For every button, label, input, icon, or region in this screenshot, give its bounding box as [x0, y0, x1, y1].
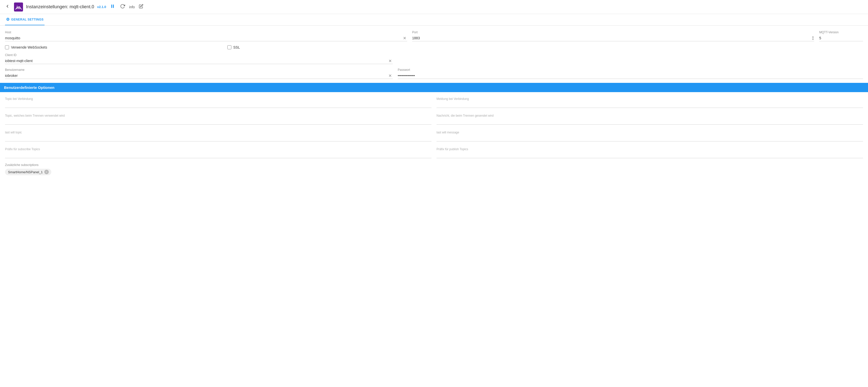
topic-connect-row: Topic bei Verbindung Meldung bei Verbind…: [5, 96, 863, 108]
custom-options-label: Benutzerdefinierte Optionen: [4, 85, 55, 90]
port-label: Port: [412, 31, 814, 34]
port-input-wrapper: ▲ ▼: [412, 35, 814, 41]
port-spinner[interactable]: ▲ ▼: [812, 35, 814, 40]
subscriptions-label: Zusätzliche subscriptions: [5, 163, 863, 167]
port-input[interactable]: [412, 35, 812, 41]
last-will-topic-field: last will topic: [5, 130, 432, 142]
checkbox-row: Verwende WebSockets SSL: [5, 45, 863, 49]
prefix-publish-input[interactable]: [436, 152, 863, 157]
tab-bar: ⚙ GENERAL SETTINGS: [0, 14, 868, 26]
client-id-row: Client ID ✕: [5, 53, 863, 64]
mqtt-version-label: MQTT-Version: [819, 31, 863, 34]
topic-connect-field: Topic bei Verbindung: [5, 96, 432, 108]
last-will-topic-input[interactable]: [5, 135, 432, 140]
prefix-row: Präfix für subscribe Topics Präfix für p…: [5, 146, 863, 158]
message-disconnect-field: Nachricht, die beim Trennen gesendet wir…: [436, 113, 863, 125]
host-input[interactable]: [5, 35, 402, 41]
websockets-checkbox[interactable]: [5, 45, 9, 49]
password-input-wrapper: [398, 72, 863, 79]
username-input-wrapper: ✕: [5, 72, 393, 79]
version-badge: v2.1.0: [97, 5, 106, 9]
topic-connect-label: Topic bei Verbindung: [5, 97, 432, 101]
websockets-checkbox-group[interactable]: Verwende WebSockets: [5, 45, 47, 49]
message-connect-input[interactable]: [436, 101, 863, 107]
custom-options-header: Benutzerdefinierte Optionen: [0, 83, 868, 92]
topic-disconnect-input[interactable]: [5, 118, 432, 123]
username-clear-button[interactable]: ✕: [388, 73, 393, 78]
pause-button[interactable]: [109, 3, 116, 11]
topic-disconnect-row: Topic, welches beim Trennen verwendet wi…: [5, 113, 863, 125]
ssl-checkbox-group[interactable]: SSL: [227, 45, 240, 49]
svg-rect-2: [111, 4, 112, 8]
mqtt-version-group: MQTT-Version: [819, 31, 863, 41]
prefix-subscribe-field: Präfix für subscribe Topics: [5, 146, 432, 158]
message-connect-label: Meldung bei Verbindung: [436, 97, 863, 101]
back-button[interactable]: [4, 3, 11, 11]
last-will-message-label: last will message: [436, 131, 863, 134]
last-will-message-input[interactable]: [436, 135, 863, 140]
last-will-topic-label: last will topic: [5, 131, 432, 134]
host-group: Host ✕: [5, 31, 407, 41]
mqtt-version-input-wrapper: [819, 35, 863, 41]
topic-disconnect-field: Topic, welches beim Trennen verwendet wi…: [5, 113, 432, 125]
subscription-tag-text: SmartHome/NSPanel_1: [8, 170, 43, 174]
refresh-button[interactable]: [119, 3, 126, 11]
prefix-subscribe-label: Präfix für subscribe Topics: [5, 147, 432, 151]
username-group: Benutzername ✕: [5, 68, 393, 79]
client-id-group: Client ID ✕: [5, 53, 393, 64]
host-input-wrapper: ✕: [5, 35, 407, 41]
last-will-row: last will topic last will message: [5, 130, 863, 142]
additional-subscriptions-section: Zusätzliche subscriptions SmartHome/NSPa…: [5, 163, 863, 175]
client-id-label: Client ID: [5, 53, 393, 57]
last-will-message-field: last will message: [436, 130, 863, 142]
info-link[interactable]: info: [129, 5, 135, 9]
client-id-input[interactable]: [5, 58, 388, 64]
prefix-publish-label: Präfix für publish Topics: [436, 147, 863, 151]
mqtt-version-input[interactable]: [819, 35, 863, 41]
username-input[interactable]: [5, 72, 388, 79]
username-label: Benutzername: [5, 68, 393, 71]
prefix-publish-field: Präfix für publish Topics: [436, 146, 863, 158]
client-id-input-wrapper: ✕: [5, 58, 393, 64]
ssl-checkbox[interactable]: [227, 45, 231, 49]
tab-general-settings[interactable]: ⚙ GENERAL SETTINGS: [5, 14, 44, 25]
password-label: Passwort: [398, 68, 863, 71]
main-content: Host ✕ Port ▲ ▼ MQTT-Version: [0, 26, 868, 180]
websockets-label: Verwende WebSockets: [11, 45, 47, 49]
app-logo: io: [14, 2, 23, 11]
page-title: Instanzeinstellungen: mqtt-client.0: [26, 4, 94, 9]
prefix-subscribe-input[interactable]: [5, 152, 432, 157]
credentials-row: Benutzername ✕ Passwort: [5, 68, 863, 79]
subscription-tag: SmartHome/NSPanel_1 ×: [5, 169, 51, 175]
ssl-label: SSL: [234, 45, 240, 49]
password-group: Passwort: [398, 68, 863, 79]
host-clear-button[interactable]: ✕: [402, 36, 407, 40]
message-disconnect-label: Nachricht, die beim Trennen gesendet wir…: [436, 114, 863, 117]
topic-disconnect-label: Topic, welches beim Trennen verwendet wi…: [5, 114, 432, 117]
gear-icon: ⚙: [6, 17, 10, 22]
tab-general-label: GENERAL SETTINGS: [11, 18, 44, 21]
client-id-clear-button[interactable]: ✕: [388, 59, 393, 63]
host-port-row: Host ✕ Port ▲ ▼ MQTT-Version: [5, 31, 863, 41]
topic-connect-input[interactable]: [5, 101, 432, 107]
app-header: io Instanzeinstellungen: mqtt-client.0 v…: [0, 0, 868, 14]
host-label: Host: [5, 31, 407, 34]
password-input[interactable]: [398, 72, 863, 79]
message-disconnect-input[interactable]: [436, 118, 863, 123]
client-id-spacer: [398, 53, 863, 64]
port-group: Port ▲ ▼: [412, 31, 814, 41]
remove-subscription-button[interactable]: ×: [44, 170, 49, 174]
message-connect-field: Meldung bei Verbindung: [436, 96, 863, 108]
svg-rect-3: [113, 4, 114, 8]
edit-button[interactable]: [138, 3, 144, 11]
